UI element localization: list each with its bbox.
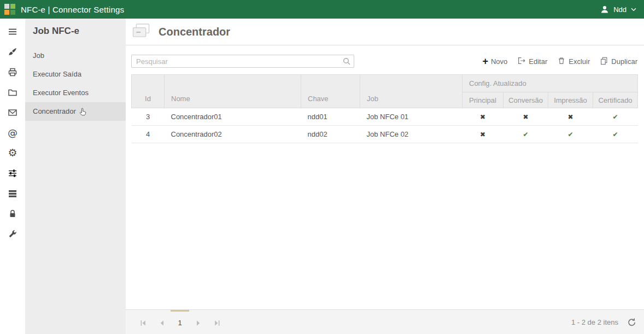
gear-icon[interactable]: ⚙ (0, 143, 25, 163)
toolbar: + Novo Editar Excluir Duplicar (482, 56, 637, 67)
data-grid: Id Nome Chave Job Config. Atualizado Pri… (131, 74, 637, 143)
pager-info-area: 1 - 2 de 2 itens (571, 310, 636, 334)
current-page[interactable]: 1 (171, 310, 189, 334)
app-logo-icon (4, 4, 15, 15)
menu-icon[interactable] (0, 21, 25, 42)
cell-conversao-mark: ✖ (504, 108, 548, 126)
novo-button[interactable]: + Novo (482, 57, 507, 66)
wrench-icon[interactable] (0, 224, 25, 244)
sliders-icon[interactable] (0, 163, 25, 183)
pager: 1 (133, 310, 226, 334)
cell-job: Job NFCe 01 (360, 108, 462, 126)
cell-chave: ndd01 (301, 108, 360, 126)
column-header-chave[interactable]: Chave (301, 75, 360, 108)
folder-icon[interactable] (0, 82, 25, 102)
table-row[interactable]: 4 Concentrador02 ndd02 Job NFCe 02 ✖ ✔ ✔… (132, 126, 638, 143)
topbar: NFC-e | Connector Settings Ndd (0, 0, 644, 19)
first-page-button[interactable] (133, 310, 152, 334)
search-box (131, 55, 354, 68)
cell-principal-mark: ✖ (462, 108, 504, 126)
main-content: Concentrador + Novo Editar (126, 19, 644, 334)
lock-icon[interactable] (0, 203, 25, 224)
column-header-id[interactable]: Id (132, 75, 165, 108)
pagination-bar: 1 1 - 2 de 2 itens (126, 309, 644, 334)
cell-conversao-mark: ✔ (504, 126, 548, 143)
user-icon (600, 5, 609, 14)
column-group-config-atualizado: Config. Atualizado (462, 75, 638, 92)
cell-principal-mark: ✖ (462, 126, 504, 143)
edit-icon (517, 56, 526, 67)
refresh-icon[interactable] (627, 318, 636, 327)
column-header-job[interactable]: Job (360, 75, 462, 108)
printer-icon[interactable] (0, 62, 25, 82)
sidebar-item-job[interactable]: Job (25, 46, 126, 65)
sidebar-title: Job NFC-e (25, 19, 126, 46)
duplicar-button[interactable]: Duplicar (600, 56, 637, 67)
plus-icon: + (482, 57, 488, 65)
user-menu[interactable]: Ndd (600, 5, 636, 14)
cell-nome: Concentrador01 (165, 108, 301, 126)
cell-id: 3 (132, 108, 165, 126)
sidebar-item-executor-eventos[interactable]: Executor Eventos (25, 84, 126, 102)
cell-certificado-mark: ✔ (593, 126, 638, 143)
column-header-conversao[interactable]: Conversão (504, 92, 548, 108)
cell-nome: Concentrador02 (165, 126, 301, 143)
search-input[interactable] (131, 55, 354, 68)
page-title: Concentrador (159, 26, 230, 38)
excluir-button[interactable]: Excluir (557, 56, 590, 67)
app-title: NFC-e | Connector Settings (21, 5, 124, 14)
column-header-impressao[interactable]: Impressão (548, 92, 593, 108)
mail-icon[interactable] (0, 102, 25, 122)
brush-icon[interactable] (0, 42, 25, 62)
concentrador-page-icon (131, 23, 151, 41)
queue-icon[interactable] (0, 183, 25, 203)
table-row[interactable]: 3 Concentrador01 ndd01 Job NFCe 01 ✖ ✖ ✖… (132, 108, 638, 126)
cell-certificado-mark: ✔ (593, 108, 638, 126)
user-name: Ndd (613, 5, 627, 14)
sidebar-item-concentrador[interactable]: Concentrador (25, 102, 126, 121)
cell-job: Job NFCe 02 (360, 126, 462, 143)
trash-icon (557, 56, 566, 67)
next-page-button[interactable] (189, 310, 208, 334)
column-header-certificado[interactable]: Certificado (593, 92, 638, 108)
at-icon[interactable]: @ (0, 122, 25, 143)
last-page-button[interactable] (208, 310, 226, 334)
controls-row: + Novo Editar Excluir Duplicar (126, 45, 644, 68)
previous-page-button[interactable] (152, 310, 171, 334)
cell-impressao-mark: ✔ (548, 126, 593, 143)
items-count: 1 - 2 de 2 itens (571, 318, 618, 326)
sidebar-item-executor-saida[interactable]: Executor Saída (25, 65, 126, 84)
cell-chave: ndd02 (301, 126, 360, 143)
sidebar: Job NFC-e Job Executor Saída Executor Ev… (25, 19, 126, 334)
cell-impressao-mark: ✖ (548, 108, 593, 126)
chevron-down-icon (631, 8, 636, 11)
editar-button[interactable]: Editar (517, 56, 547, 67)
copy-icon (600, 56, 608, 67)
cell-id: 4 (132, 126, 165, 143)
icon-rail: @ ⚙ (0, 19, 25, 334)
page-header: Concentrador (126, 19, 644, 45)
column-header-principal[interactable]: Principal (462, 92, 504, 108)
hand-cursor-icon (79, 104, 86, 123)
search-icon[interactable] (342, 57, 351, 68)
column-header-nome[interactable]: Nome (165, 75, 301, 108)
